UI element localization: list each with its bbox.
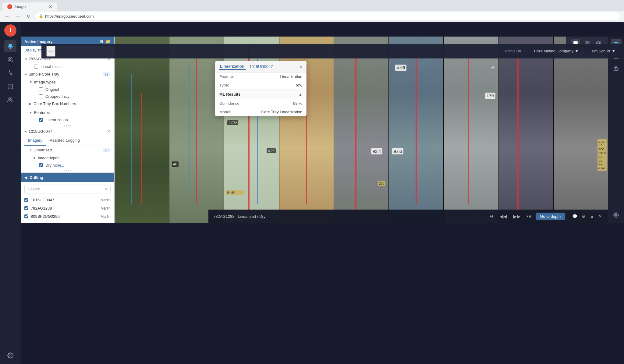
separator-dots-2 — [21, 169, 114, 172]
sidebar-icon-team[interactable] — [4, 94, 16, 106]
drill-checkbox-809SP[interactable] — [24, 214, 28, 218]
app-sidebar: I — [0, 22, 21, 364]
drill-item-1015[interactable]: 1015UG0047 Marlin — [21, 196, 114, 204]
checkbox-original[interactable]: Original — [26, 86, 114, 93]
tool-globe-btn[interactable] — [611, 63, 622, 74]
drill-item-809SP[interactable]: 809SP2UG0290 Marlin — [21, 212, 114, 221]
sidebar-logo[interactable]: I — [4, 24, 16, 37]
tab-close-icon[interactable]: ✕ — [49, 4, 52, 9]
model-label: Model: — [219, 110, 231, 114]
core-images: 48 ZL8 2.072 h.28 94.64 — [115, 37, 608, 223]
table-icon[interactable]: ⊞ — [99, 39, 103, 44]
features-section: ▼ Features Linearization — [26, 108, 114, 125]
bottom-comment-btn[interactable]: 💬 — [571, 213, 579, 220]
skip-start-btn[interactable]: ⏮ — [487, 212, 495, 220]
back-button[interactable]: ← — [4, 12, 12, 20]
type-label: Type: — [219, 83, 229, 87]
checkbox-linear[interactable]: Lineal more... — [26, 63, 114, 70]
tooltip-confidence-row: Confidence: 99 % — [215, 99, 307, 108]
tooltip-tab1[interactable]: Linearization — [219, 63, 246, 70]
checkbox-original-label: Original — [45, 87, 59, 92]
linearised-image-types[interactable]: ▼ Image types — [26, 154, 114, 162]
ml-results-title: ML Results — [219, 92, 240, 97]
drill-checkbox-782AG[interactable] — [24, 206, 28, 210]
search-input[interactable] — [24, 185, 111, 193]
company-chevron: ▼ — [575, 49, 579, 53]
browser-toolbar: ← → ↻ 🔒 https://imago.seequent.com — [0, 11, 624, 22]
image-types-item[interactable]: ▼ Image types — [26, 78, 114, 86]
reload-button[interactable]: ↻ — [24, 12, 32, 20]
svg-rect-6 — [588, 41, 589, 43]
drill-checkbox-1015[interactable] — [24, 198, 28, 202]
checkbox-linearization[interactable]: Linearization — [26, 116, 114, 123]
tooltip-header: Linearization 1015UG0047 ✕ — [215, 61, 307, 72]
image-viewer: 48 ZL8 2.072 h.28 94.64 — [115, 37, 624, 223]
address-bar[interactable]: 🔒 https://imago.seequent.com — [35, 12, 620, 20]
tab-assisted-logging[interactable]: Assisted Logging — [46, 136, 83, 146]
ml-collapse-icon[interactable]: ▲ — [299, 92, 302, 97]
tree-chevron-sct[interactable]: ▼ — [24, 73, 27, 76]
go-to-depth-btn[interactable]: Go to depth — [536, 213, 565, 220]
tree-children-1015: ▼ Linearised 78 ▼ Image types — [21, 146, 114, 169]
checkbox-cropped-label: Cropped Tray — [45, 94, 69, 99]
search-clear-icon[interactable]: ✕ — [105, 187, 108, 192]
app-header: ☰ Editing Off Tim's Mining Company ▼ Tim… — [41, 44, 624, 58]
tree-item-1015UG0047-header[interactable]: ▼ 1015UG0047 ✕ — [21, 127, 114, 136]
checkbox-dry[interactable]: Dry more... — [26, 162, 114, 169]
svg-rect-1 — [8, 84, 13, 89]
bottom-close-btn[interactable]: ✕ — [597, 213, 603, 220]
tool-gear-btn[interactable] — [611, 210, 622, 221]
more-link-dry[interactable]: more... — [53, 163, 64, 168]
core-tray-box-item[interactable]: ▶ Core Tray Box Numbers — [26, 100, 114, 108]
sidebar-icon-reports[interactable] — [4, 80, 16, 93]
tab-imagery[interactable]: Imagery — [24, 136, 46, 146]
sidebar-icon-layers[interactable] — [4, 40, 16, 52]
bottom-expand-btn[interactable]: ▲ — [589, 213, 595, 220]
menu-button[interactable]: ☰ — [46, 46, 55, 57]
address-text: https://imago.seequent.com — [45, 14, 94, 19]
feature-label: Feature: — [219, 74, 234, 79]
tree-chevron-1015[interactable]: ▼ — [24, 130, 27, 133]
drill-company-1015: Marlin — [101, 198, 111, 202]
bottom-controls: ⏮ ◀◀ ▶▶ ⏭ Go to depth — [487, 212, 565, 221]
browser-tab[interactable]: I Imago ✕ — [2, 2, 57, 11]
linearised-chevron[interactable]: ▼ — [29, 149, 32, 152]
tree-close-1015[interactable]: ✕ — [107, 129, 111, 134]
checkbox-cropped[interactable]: Cropped Tray — [26, 93, 114, 100]
prev-btn[interactable]: ◀◀ — [498, 212, 509, 221]
features-item[interactable]: ▼ Features — [26, 109, 114, 116]
tree-item-1015UG0047: ▼ 1015UG0047 ✕ Imagery Assisted Logging — [21, 127, 114, 169]
bottom-settings-btn[interactable]: ⚙ — [580, 213, 587, 220]
checkbox-original-input[interactable] — [39, 87, 43, 91]
tooltip-tab2[interactable]: 1015UG0047 — [248, 64, 274, 69]
sidebar-icon-analytics[interactable] — [4, 67, 16, 79]
separator-dots-1 — [21, 125, 114, 127]
linearised-item[interactable]: ▼ Linearised 78 — [26, 146, 114, 154]
core-tray-box-label: Core Tray Box Numbers — [34, 101, 111, 106]
checkbox-dry-input[interactable] — [39, 163, 43, 167]
forward-button[interactable]: → — [14, 12, 22, 20]
simple-core-tray-header[interactable]: ▼ Simple Core Tray 72 — [21, 70, 114, 78]
more-link-linear[interactable]: more... — [52, 65, 64, 69]
folder-icon[interactable]: 📁 — [105, 39, 111, 44]
tooltip-close-icon[interactable]: ✕ — [299, 64, 303, 69]
sidebar-icon-users[interactable] — [4, 54, 16, 66]
checkbox-cropped-input[interactable] — [39, 94, 43, 98]
user-selector[interactable]: Tim Schurr ▼ — [587, 48, 619, 55]
linearised-image-types-chevron: ▼ — [33, 156, 36, 160]
skip-end-btn[interactable]: ⏭ — [525, 212, 533, 220]
core-col-6: b.66 9.66 — [389, 37, 444, 223]
checkbox-linear-label: Lineal — [41, 64, 51, 69]
drill-item-782AG[interactable]: 782AG1288 Marlin — [21, 204, 114, 212]
tree-chevron-782AG1288[interactable]: ▼ — [24, 57, 27, 60]
core-tray-box-chevron: ▶ — [29, 102, 32, 105]
drilling-header[interactable]: ◀ Drilling — [21, 173, 114, 182]
svg-point-2 — [9, 98, 11, 100]
company-selector[interactable]: Tim's Mining Company ▼ — [530, 48, 583, 55]
sidebar-icon-settings[interactable] — [4, 349, 16, 362]
checkbox-linear-input[interactable] — [34, 65, 38, 69]
drilling-title: Drilling — [30, 175, 43, 180]
next-btn[interactable]: ▶▶ — [511, 212, 522, 221]
checkbox-linearization-input[interactable] — [39, 118, 43, 122]
tooltip-feature-row: Feature: Linearization — [215, 72, 307, 81]
